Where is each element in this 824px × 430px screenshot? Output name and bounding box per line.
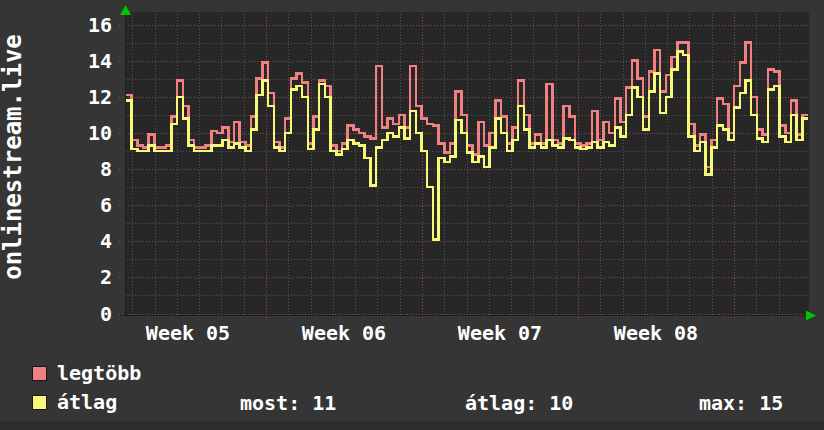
y-tick-label: 2: [40, 266, 112, 288]
y-tick-label: 10: [40, 122, 112, 144]
legend-swatch-atlag: [32, 395, 47, 410]
x-tick-label: Week 05: [108, 321, 268, 345]
x-tick-label: Week 08: [576, 321, 736, 345]
bottom-strip: [0, 421, 824, 430]
legend-swatch-legtobb: [32, 366, 47, 381]
legend-label-legtobb: legtöbb: [57, 361, 141, 385]
y-tick-label: 6: [40, 194, 112, 216]
stat-atlag: átlag: 10: [465, 391, 573, 415]
y-tick-label: 8: [40, 158, 112, 180]
legend-item-atlag: átlag: [32, 391, 117, 413]
y-tick-label: 4: [40, 230, 112, 252]
y-tick-label: 16: [40, 14, 112, 36]
y-tick-label: 14: [40, 50, 112, 72]
y-tick-label: 12: [40, 86, 112, 108]
stat-most: most: 11: [240, 391, 336, 415]
graph-vertical-title: onlinestream.live: [0, 34, 27, 280]
rrd-graph: onlinestream.live 0246810121416 Week 05W…: [0, 0, 824, 430]
legend-label-atlag: átlag: [57, 390, 117, 414]
x-tick-label: Week 06: [264, 321, 424, 345]
x-tick-label: Week 07: [420, 321, 580, 345]
stat-max: max: 15: [699, 391, 783, 415]
y-tick-label: 0: [40, 303, 112, 325]
legend-item-legtobb: legtöbb: [32, 362, 141, 384]
